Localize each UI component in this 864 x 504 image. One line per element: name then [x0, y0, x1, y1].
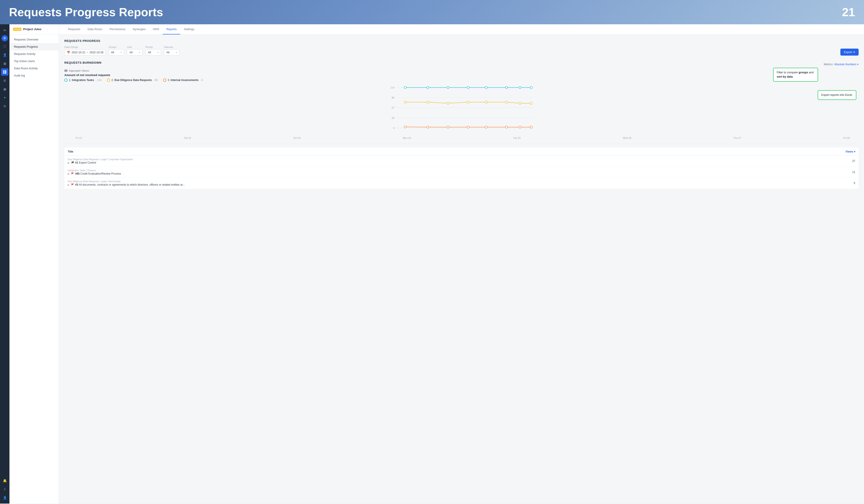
project-header: JULES Project Jules: [10, 24, 59, 34]
excel-icon[interactable]: ✦: [1, 94, 8, 101]
sidebar-item-audit-log[interactable]: Audit log: [10, 72, 59, 79]
nav-reports[interactable]: Reports: [163, 24, 180, 34]
bell-icon[interactable]: 🔔: [1, 477, 8, 484]
sidebar-item-top-active-users[interactable]: Top Active Users: [10, 58, 59, 65]
sidebar-item-requests-progress[interactable]: Requests Progress: [10, 43, 59, 50]
svg-rect-1: [5, 70, 6, 72]
table-icon[interactable]: ⊞: [1, 77, 8, 84]
legend-item-2: 2. Due Diligence Data Requests - 66: [107, 79, 158, 82]
expand-icon-2[interactable]: ▶: [68, 172, 70, 175]
date-from: 2022-10-21: [72, 51, 85, 54]
svg-point-36: [519, 126, 521, 128]
priority-select[interactable]: All ▾: [145, 49, 161, 56]
flag-icon-3: 🚩: [71, 183, 74, 186]
aggregate-box-icon: [64, 70, 68, 72]
svg-text:29: 29: [392, 117, 394, 119]
people-icon[interactable]: 👤: [1, 51, 8, 59]
row-3-id: #3: [75, 183, 78, 186]
statuses-chevron-icon: ▾: [176, 51, 177, 53]
svg-point-33: [467, 126, 469, 128]
page-number: 21: [842, 5, 855, 19]
nav-data-room[interactable]: Data Room: [84, 24, 106, 34]
divider: [64, 144, 859, 144]
row-2-title-row: ▶ 🚩 #80 Credit Evaluation/Review Process: [68, 172, 764, 175]
svg-point-23: [427, 101, 429, 103]
reports-nav-icon[interactable]: [1, 69, 8, 75]
x-label-2: Oct 23: [293, 136, 301, 139]
content-area: REQUESTS PROGRESS Dates Range 📅 2022-10-…: [59, 35, 864, 504]
nav-requests[interactable]: Requests: [64, 24, 84, 34]
export-callout: Export reports into Excel.: [818, 90, 856, 100]
col-views[interactable]: Views ▾: [767, 148, 859, 156]
page-title: Requests Progress Reports: [9, 5, 163, 19]
statuses-label: Statuses: [164, 46, 180, 48]
row-1-cell: Due Diligence Data Requests / Legal / Co…: [64, 156, 767, 167]
aggregate-label: Aggregate Values: [69, 69, 89, 72]
groups-label: Groups: [108, 46, 124, 48]
lists-chevron-icon: ▾: [139, 51, 140, 53]
collapse-icon[interactable]: ≫: [1, 26, 8, 34]
svg-point-20: [519, 86, 521, 89]
table-row: Integration Tasks / Finance ▶ 🚩 #80 Cred…: [64, 167, 859, 178]
filter-callout: Filter to compare groups and sort by dat…: [773, 68, 818, 82]
x-label-1: Sat 22: [184, 136, 191, 139]
svg-point-34: [485, 126, 487, 128]
header-banner: Requests Progress Reports 21: [0, 0, 864, 24]
flag-icon-2: 🚩: [71, 172, 74, 175]
groups-select[interactable]: All ▾: [108, 49, 124, 56]
x-label-5: Wed 26: [623, 136, 631, 139]
dates-range-label: Dates Range: [64, 46, 106, 48]
priority-value: All: [148, 51, 151, 54]
export-chevron-icon: ▾: [853, 50, 855, 54]
truck-icon[interactable]: ▣: [1, 85, 8, 93]
nav-permissions[interactable]: Permissions: [106, 24, 129, 34]
export-button[interactable]: Export ▾: [840, 49, 859, 56]
metrics-value[interactable]: Absolute Numbers: [834, 63, 856, 66]
svg-point-17: [467, 86, 469, 89]
svg-point-15: [427, 86, 429, 89]
priority-label: Priority: [145, 46, 161, 48]
legend-count-1: - 114: [95, 79, 101, 82]
col-title: Title: [64, 148, 767, 156]
svg-text:114: 114: [391, 86, 394, 89]
user-avatar-icon[interactable]: D: [2, 35, 8, 41]
burndown-title: REQUESTS BURNDOWN: [64, 61, 101, 64]
expand-icon-1[interactable]: ▶: [68, 161, 70, 164]
app-layout: ≫ D ⬡ 👤 ▦ ⊞ ▣ ✦ ⚙ 🔔 ℹ 👤 JULES Project Ju…: [0, 24, 864, 504]
main-content: Requests Data Room Permissions Synergies…: [59, 24, 864, 504]
nav-synergies[interactable]: Synergies: [129, 24, 149, 34]
chart-container: 114 86 57 29 0: [64, 85, 859, 135]
lists-value: All: [129, 51, 132, 54]
nav-okr[interactable]: OKR: [149, 24, 163, 34]
aggregate-row: Aggregate Values: [64, 69, 859, 72]
priority-filter-group: Priority All ▾: [145, 46, 161, 56]
date-range-input[interactable]: 📅 2022-10-21 – 2022-10-28: [64, 49, 106, 56]
statuses-select[interactable]: All ▾: [164, 49, 180, 56]
expand-icon-3[interactable]: ▶: [68, 184, 70, 186]
layers-icon[interactable]: ⬡: [1, 43, 8, 50]
date-to: 2022-10-28: [89, 51, 103, 54]
legend-count-3: - 4: [200, 79, 203, 82]
lists-select[interactable]: All ▾: [127, 49, 143, 56]
legend-label-3: 3. Internal Assessments: [168, 79, 199, 82]
legend-count-2: - 66: [153, 79, 158, 82]
nav-settings[interactable]: Settings: [180, 24, 198, 34]
svg-point-35: [505, 126, 507, 128]
row-1-views: 27: [767, 156, 859, 167]
sidebar-item-requests-activity[interactable]: Requests Activity: [10, 50, 59, 58]
views-sort-icon: ▾: [854, 150, 855, 153]
x-label-6: Thu 27: [733, 136, 741, 139]
x-label-4: Tue 25: [513, 136, 521, 139]
row-2-path: Integration Tasks / Finance: [68, 169, 764, 172]
table-row: Due Diligence Data Requests / Legal / Co…: [64, 156, 859, 167]
info-icon[interactable]: ℹ: [1, 485, 8, 493]
svg-point-16: [447, 86, 449, 89]
svg-rect-3: [5, 72, 6, 74]
sidebar-item-data-room-activity[interactable]: Data Room Activity: [10, 65, 59, 72]
bottom-avatar-icon[interactable]: 👤: [1, 494, 8, 501]
sidebar-item-requests-overview[interactable]: Requests Overview: [10, 36, 59, 43]
settings-icon[interactable]: ⚙: [1, 103, 8, 110]
row-1-title-row: ▶ 🏴 #1 Export Control: [68, 161, 764, 164]
grid-icon[interactable]: ▦: [1, 60, 8, 67]
groups-chevron-icon: ▾: [121, 51, 122, 53]
